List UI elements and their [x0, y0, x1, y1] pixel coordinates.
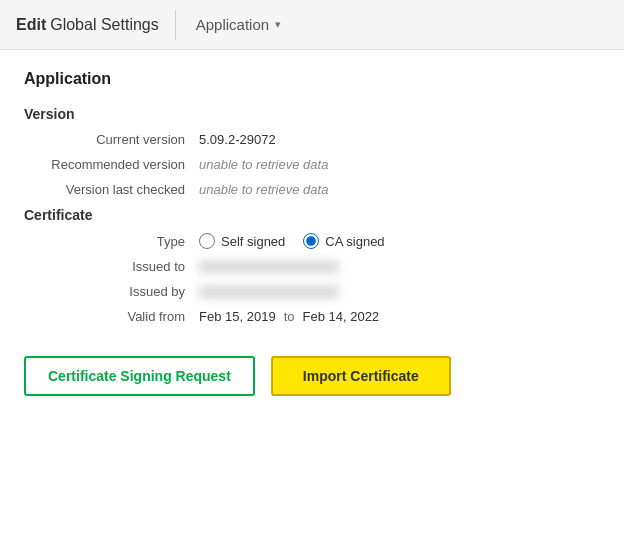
current-version-row: Current version 5.09.2-29072: [24, 132, 600, 147]
recommended-version-label: Recommended version: [24, 157, 199, 172]
ca-signed-option[interactable]: CA signed: [303, 233, 384, 249]
date-range: Feb 15, 2019 to Feb 14, 2022: [199, 309, 379, 324]
issued-by-row: Issued by: [24, 284, 600, 299]
ca-signed-label: CA signed: [325, 234, 384, 249]
valid-from-date: Feb 15, 2019: [199, 309, 276, 324]
main-content: Application Version Current version 5.09…: [0, 50, 624, 416]
import-certificate-button[interactable]: Import Certificate: [271, 356, 451, 396]
current-version-label: Current version: [24, 132, 199, 147]
recommended-version-row: Recommended version unable to retrieve d…: [24, 157, 600, 172]
issued-to-label: Issued to: [24, 259, 199, 274]
valid-from-label: Valid from: [24, 309, 199, 324]
header-global-settings-label: Global Settings: [50, 16, 159, 34]
header-divider: [175, 10, 176, 40]
csr-button[interactable]: Certificate Signing Request: [24, 356, 255, 396]
type-label: Type: [24, 234, 199, 249]
version-last-checked-row: Version last checked unable to retrieve …: [24, 182, 600, 197]
recommended-version-value: unable to retrieve data: [199, 157, 328, 172]
chevron-down-icon: ▾: [275, 18, 281, 31]
self-signed-label: Self signed: [221, 234, 285, 249]
app-header: Edit Global Settings Application ▾: [0, 0, 624, 50]
application-dropdown-label: Application: [196, 16, 269, 33]
date-to-separator: to: [284, 309, 295, 324]
issued-by-label: Issued by: [24, 284, 199, 299]
self-signed-radio[interactable]: [199, 233, 215, 249]
issued-by-value: [199, 285, 339, 299]
action-buttons: Certificate Signing Request Import Certi…: [24, 352, 600, 396]
certificate-section-label: Certificate: [24, 207, 600, 223]
issued-to-row: Issued to: [24, 259, 600, 274]
type-row: Type Self signed CA signed: [24, 233, 600, 249]
application-dropdown[interactable]: Application ▾: [188, 12, 289, 37]
certificate-section: Certificate Type Self signed CA signed I…: [24, 207, 600, 324]
current-version-value: 5.09.2-29072: [199, 132, 276, 147]
header-edit-label: Edit: [16, 16, 46, 34]
valid-from-row: Valid from Feb 15, 2019 to Feb 14, 2022: [24, 309, 600, 324]
self-signed-option[interactable]: Self signed: [199, 233, 285, 249]
version-section: Version Current version 5.09.2-29072 Rec…: [24, 106, 600, 197]
certificate-type-group: Self signed CA signed: [199, 233, 385, 249]
issued-to-value: [199, 260, 339, 274]
page-title: Application: [24, 70, 600, 88]
version-last-checked-label: Version last checked: [24, 182, 199, 197]
version-last-checked-value: unable to retrieve data: [199, 182, 328, 197]
ca-signed-radio[interactable]: [303, 233, 319, 249]
valid-to-date: Feb 14, 2022: [302, 309, 379, 324]
version-section-label: Version: [24, 106, 600, 122]
